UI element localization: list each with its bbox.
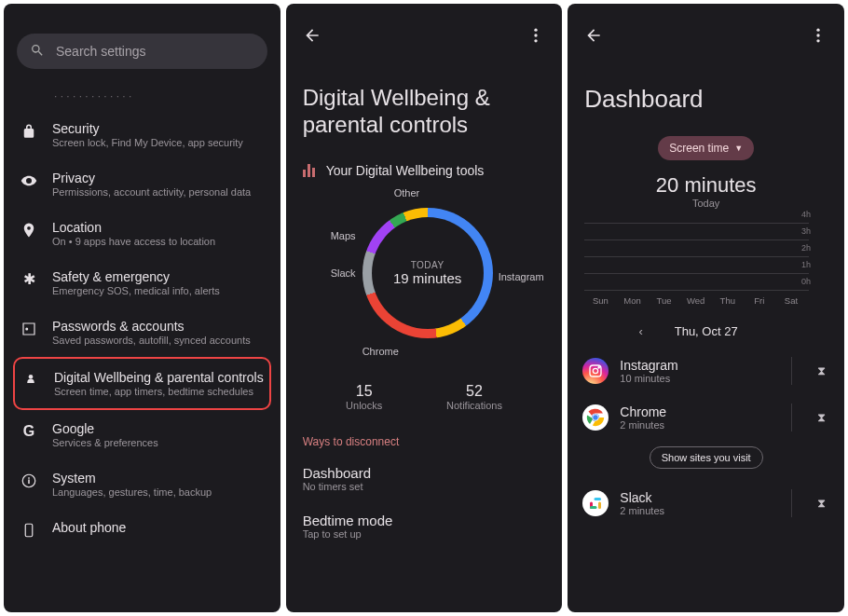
svg-rect-3 <box>28 480 30 485</box>
item-sub: Emergency SOS, medical info, alerts <box>52 285 266 296</box>
app-row-instagram[interactable]: Instagram10 minutes ⧗ <box>568 348 844 394</box>
item-sub: Saved passwords, autofill, synced accoun… <box>52 335 266 346</box>
back-button[interactable] <box>584 26 603 48</box>
item-title: Privacy <box>52 171 266 185</box>
item-title: Digital Wellbeing & parental controls <box>54 370 264 385</box>
seg-other: Other <box>394 187 420 198</box>
instagram-icon <box>582 358 609 384</box>
donut-center: TODAY 19 minutes <box>362 208 493 338</box>
sidebar-item-safety[interactable]: ✱ Safety & emergencyEmergency SOS, medic… <box>4 258 280 308</box>
app-name: Slack <box>620 490 771 505</box>
sidebar-item-passwords[interactable]: Passwords & accountsSaved passwords, aut… <box>4 308 280 357</box>
usage-donut[interactable]: TODAY 19 minutes Other Maps Slack Chrome… <box>286 182 563 368</box>
xlab: Tue <box>649 295 680 306</box>
today-value: 19 minutes <box>393 270 461 286</box>
item-sub: Screen time, app timers, bedtime schedul… <box>54 386 264 397</box>
app-row-chrome[interactable]: Chrome2 minutes ⧗ <box>568 394 844 441</box>
stat-num: 52 <box>446 383 502 400</box>
sidebar-item-wellbeing[interactable]: Digital Wellbeing & parental controlsScr… <box>13 357 271 410</box>
item-title: System <box>52 471 266 486</box>
sidebar-item-google[interactable]: G GoogleServices & preferences <box>4 410 280 459</box>
page-title: Digital Wellbeing & parental controls <box>286 48 563 157</box>
google-icon: G <box>19 421 39 440</box>
weekly-chart[interactable]: 0h 1h 2h 3h 4h SunMonTueWedThuFriSat <box>584 224 827 306</box>
svg-point-14 <box>598 367 599 368</box>
item-title: About phone <box>52 520 266 535</box>
seg-instagram: Instagram <box>499 271 544 282</box>
item-title: Location <box>52 220 266 235</box>
app-time: 10 minutes <box>620 373 771 384</box>
svg-point-10 <box>816 34 819 36</box>
seg-maps: Maps <box>331 230 356 241</box>
lock-icon <box>19 121 39 140</box>
item-title: Passwords & accounts <box>52 319 266 334</box>
hourglass-icon[interactable]: ⧗ <box>813 410 829 425</box>
phone-icon <box>19 520 39 539</box>
svg-rect-21 <box>590 506 597 509</box>
svg-point-1 <box>29 375 34 379</box>
xlab: Sun <box>584 295 616 306</box>
usage-value: 20 minutes <box>568 173 844 198</box>
option-bedtime[interactable]: Bedtime mode Tap to set up <box>286 509 563 556</box>
stat-lab: Unlocks <box>346 400 382 411</box>
svg-point-6 <box>535 29 538 32</box>
sidebar-item-location[interactable]: LocationOn • 9 apps have access to locat… <box>4 209 280 258</box>
app-row-slack[interactable]: Slack2 minutes ⧗ <box>568 480 844 527</box>
tools-label: Your Digital Wellbeing tools <box>326 163 485 178</box>
app-name: Instagram <box>620 358 771 373</box>
notifications-stat[interactable]: 52 Notifications <box>446 383 502 411</box>
more-button[interactable] <box>527 26 545 48</box>
chip-label: Screen time <box>669 142 729 155</box>
page-title: Dashboard <box>568 48 844 130</box>
sidebar-item-system[interactable]: SystemLanguages, gestures, time, backup <box>4 459 280 509</box>
app-time: 2 minutes <box>620 505 771 516</box>
prev-day-button[interactable]: ‹ <box>638 324 642 338</box>
opt-title: Bedtime mode <box>303 513 546 528</box>
sidebar-item-about[interactable]: About phone <box>4 509 280 550</box>
visibility-icon <box>19 171 39 189</box>
chart-bars <box>584 224 807 291</box>
dashboard-screen: Dashboard Screen time ▼ 20 minutes Today… <box>568 4 844 612</box>
sidebar-item-security[interactable]: SecurityScreen lock, Find My Device, app… <box>4 110 280 159</box>
svg-point-8 <box>535 39 538 42</box>
app-list: Instagram10 minutes ⧗ Chrome2 minutes ⧗ … <box>568 348 844 527</box>
xlab: Wed <box>680 295 712 306</box>
chevron-down-icon: ▼ <box>734 144 743 153</box>
item-title: Safety & emergency <box>52 269 266 284</box>
key-icon <box>19 319 39 337</box>
item-sub: On • 9 apps have access to location <box>52 236 266 247</box>
back-button[interactable] <box>303 26 321 48</box>
mode-chip[interactable]: Screen time ▼ <box>658 136 754 160</box>
search-input[interactable]: Search settings <box>17 34 267 69</box>
svg-point-0 <box>25 328 28 331</box>
show-sites-chip[interactable]: Show sites you visit <box>650 446 763 469</box>
tools-row[interactable]: Your Digital Wellbeing tools <box>286 157 563 182</box>
ylab: 4h <box>801 210 811 219</box>
app-name: Chrome <box>620 404 771 419</box>
cut-off-row: · · · · · · · · · · · · · <box>4 89 280 103</box>
unlocks-stat[interactable]: 15 Unlocks <box>346 383 382 411</box>
opt-sub: No timers set <box>303 481 546 492</box>
seg-chrome: Chrome <box>362 346 399 357</box>
location-icon <box>19 220 39 239</box>
item-sub: Permissions, account activity, personal … <box>52 186 266 198</box>
more-button[interactable] <box>809 26 827 48</box>
info-icon <box>19 471 39 489</box>
xlab: Sat <box>775 295 807 306</box>
date-label: Thu, Oct 27 <box>675 324 738 338</box>
option-dashboard[interactable]: Dashboard No timers set <box>286 461 563 509</box>
svg-rect-4 <box>28 477 30 479</box>
xlab: Fri <box>744 295 775 306</box>
hourglass-icon[interactable]: ⧗ <box>813 496 829 511</box>
stat-lab: Notifications <box>446 400 502 411</box>
item-sub: Languages, gestures, time, backup <box>52 486 266 498</box>
svg-rect-19 <box>595 498 602 500</box>
sidebar-item-privacy[interactable]: PrivacyPermissions, account activity, pe… <box>4 159 280 209</box>
svg-point-13 <box>594 368 598 373</box>
bars-icon <box>303 164 315 177</box>
seg-slack: Slack <box>331 267 356 279</box>
today-label: TODAY <box>411 260 445 270</box>
hourglass-icon[interactable]: ⧗ <box>813 363 829 378</box>
svg-rect-5 <box>25 524 33 537</box>
item-title: Google <box>52 421 266 436</box>
